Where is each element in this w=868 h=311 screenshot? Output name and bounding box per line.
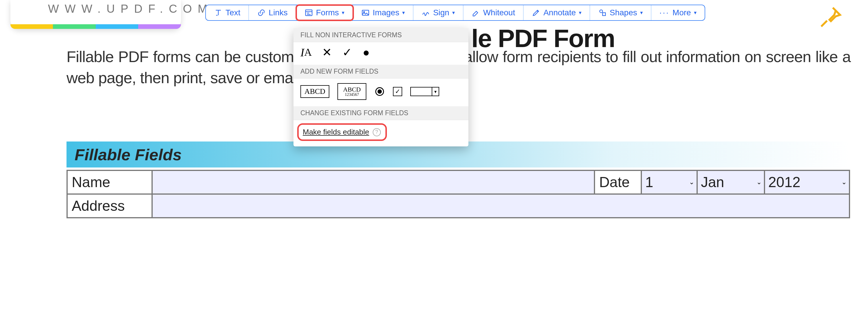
add-multiline-tool[interactable]: ABCD 1234567 bbox=[337, 83, 366, 100]
help-icon[interactable]: ? bbox=[373, 128, 381, 136]
add-multiline-top: ABCD bbox=[343, 87, 361, 93]
fill-check-tool[interactable]: ✓ bbox=[342, 47, 352, 58]
logo-url-text: WWW.UPDF.COM bbox=[48, 2, 213, 15]
add-checkbox-tool[interactable]: ✓ bbox=[393, 87, 402, 96]
sign-icon bbox=[422, 8, 430, 17]
chevron-down-icon: ▾ bbox=[432, 88, 439, 96]
forms-dropdown: FILL NON INTERACTIVE FORMS IA ✕ ✓ ● ADD … bbox=[293, 28, 468, 146]
whiteout-tool-button[interactable]: Whiteout bbox=[464, 5, 524, 20]
dropdown-section2-header: ADD NEW FORM FIELDS bbox=[293, 65, 468, 78]
make-fields-editable-link[interactable]: Make fields editable bbox=[303, 128, 369, 137]
fill-text-tool[interactable]: IA bbox=[301, 47, 312, 58]
pin-icon[interactable] bbox=[819, 6, 842, 29]
fill-dot-tool[interactable]: ● bbox=[363, 47, 370, 58]
annotate-icon bbox=[532, 8, 540, 17]
links-tool-button[interactable]: Links bbox=[249, 5, 296, 20]
date-day-value: 1 bbox=[642, 174, 653, 190]
links-tool-label: Links bbox=[269, 8, 287, 17]
chevron-down-icon: ▾ bbox=[452, 9, 455, 16]
text-tool-button[interactable]: Text bbox=[206, 5, 249, 20]
more-icon: ··· bbox=[659, 8, 670, 17]
svg-point-6 bbox=[378, 90, 381, 93]
address-input[interactable] bbox=[152, 194, 849, 218]
main-toolbar: Text Links Forms ▾ Images ▾ Sign ▾ White… bbox=[205, 5, 705, 21]
chevron-down-icon: ▾ bbox=[694, 9, 696, 16]
shapes-tool-label: Shapes bbox=[610, 8, 637, 17]
form-table: Name Date 1 ⌄ Jan ⌄ 2012 ⌄ Address bbox=[66, 170, 850, 218]
shapes-icon bbox=[598, 8, 607, 17]
date-month-select[interactable]: Jan ⌄ bbox=[697, 170, 765, 194]
chevron-down-icon: ▾ bbox=[579, 9, 582, 16]
name-input[interactable] bbox=[152, 170, 594, 194]
whiteout-tool-label: Whiteout bbox=[483, 8, 515, 17]
svg-rect-4 bbox=[602, 13, 606, 15]
sign-tool-button[interactable]: Sign ▾ bbox=[413, 5, 464, 20]
address-label: Address bbox=[67, 194, 152, 218]
images-icon bbox=[361, 8, 370, 17]
forms-tool-button[interactable]: Forms ▾ bbox=[297, 5, 353, 20]
date-year-select[interactable]: 2012 ⌄ bbox=[765, 170, 849, 194]
fillable-fields-header-label: Fillable Fields bbox=[74, 145, 182, 164]
images-tool-button[interactable]: Images ▾ bbox=[353, 5, 413, 20]
name-label: Name bbox=[67, 170, 152, 194]
add-textfield-tool[interactable]: ABCD bbox=[301, 85, 329, 98]
add-multiline-bottom: 1234567 bbox=[345, 93, 359, 97]
more-tool-label: More bbox=[673, 8, 691, 17]
date-month-value: Jan bbox=[698, 174, 724, 190]
images-tool-label: Images bbox=[373, 8, 399, 17]
annotate-tool-button[interactable]: Annotate ▾ bbox=[524, 5, 590, 20]
chevron-down-icon: ▾ bbox=[402, 9, 405, 16]
date-day-select[interactable]: 1 ⌄ bbox=[641, 170, 697, 194]
text-tool-label: Text bbox=[225, 8, 240, 17]
logo-color-bar bbox=[10, 24, 181, 29]
add-combobox-tool[interactable]: ▾ bbox=[410, 87, 439, 96]
chevron-down-icon: ⌄ bbox=[841, 178, 847, 186]
date-label: Date bbox=[594, 170, 641, 194]
add-radio-tool[interactable] bbox=[374, 87, 385, 97]
make-fields-editable-row: Make fields editable ? bbox=[299, 125, 385, 139]
date-year-value: 2012 bbox=[765, 174, 800, 190]
chevron-down-icon: ⌄ bbox=[689, 178, 694, 186]
forms-icon bbox=[305, 8, 313, 17]
chevron-down-icon: ⌄ bbox=[756, 178, 762, 186]
sign-tool-label: Sign bbox=[433, 8, 449, 17]
shapes-tool-button[interactable]: Shapes ▾ bbox=[590, 5, 651, 20]
forms-tool-label: Forms bbox=[316, 8, 339, 17]
chevron-down-icon: ▾ bbox=[342, 9, 344, 16]
dropdown-section2-body: ABCD ABCD 1234567 ✓ ▾ bbox=[293, 78, 468, 106]
table-row: Name Date 1 ⌄ Jan ⌄ 2012 ⌄ bbox=[67, 170, 849, 194]
table-row: Address bbox=[67, 194, 849, 218]
whiteout-icon bbox=[472, 8, 480, 17]
svg-point-3 bbox=[600, 10, 602, 13]
dropdown-section1-header: FILL NON INTERACTIVE FORMS bbox=[293, 28, 468, 42]
link-icon bbox=[257, 8, 266, 17]
chevron-down-icon: ▾ bbox=[640, 9, 643, 16]
dropdown-section3-header: CHANGE EXISTING FORM FIELDS bbox=[293, 106, 468, 120]
dropdown-section1-body: IA ✕ ✓ ● bbox=[293, 42, 468, 65]
more-tool-button[interactable]: ··· More ▾ bbox=[651, 5, 705, 20]
fill-cross-tool[interactable]: ✕ bbox=[322, 47, 332, 58]
logo-banner: WWW.UPDF.COM bbox=[10, 0, 181, 29]
annotate-tool-label: Annotate bbox=[543, 8, 576, 17]
text-icon bbox=[214, 8, 223, 17]
